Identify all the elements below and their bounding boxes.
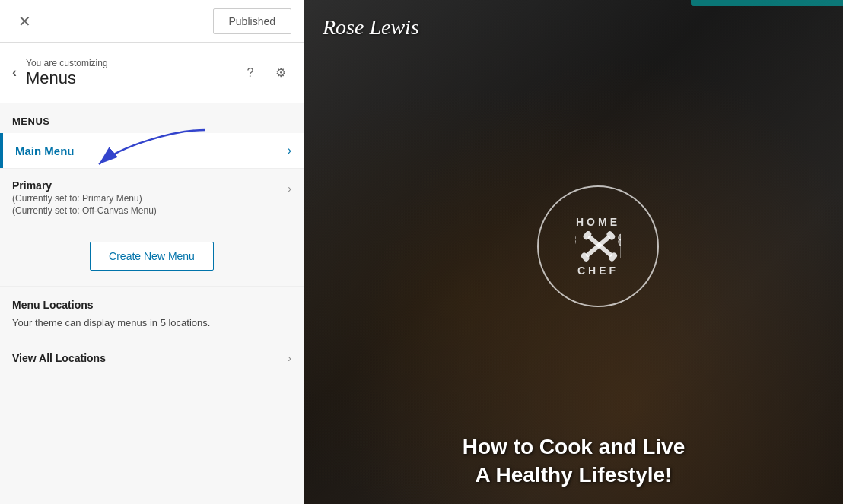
svg-point-12 bbox=[618, 239, 621, 246]
create-new-menu-button[interactable]: Create New Menu bbox=[90, 242, 214, 271]
back-button[interactable]: ‹ bbox=[12, 65, 17, 81]
primary-sub2: (Currently set to: Off-Canvas Menu) bbox=[12, 205, 157, 216]
primary-info: Primary (Currently set to: Primary Menu)… bbox=[12, 179, 157, 216]
menu-locations-section: Menu Locations Your theme can display me… bbox=[0, 286, 304, 341]
view-all-locations-row[interactable]: View All Locations › bbox=[0, 341, 304, 375]
customizing-icons: ? ⚙ bbox=[240, 62, 291, 84]
svg-point-9 bbox=[575, 239, 576, 246]
customizing-title: Menus bbox=[26, 68, 108, 88]
close-button[interactable]: ✕ bbox=[12, 9, 37, 33]
top-bar: ✕ Published bbox=[0, 0, 304, 43]
help-button[interactable]: ? bbox=[240, 62, 261, 84]
home-chef-logo: HOME bbox=[537, 185, 659, 307]
menus-heading: Menus bbox=[0, 103, 304, 133]
right-panel: Rose Lewis HOME bbox=[304, 0, 843, 504]
rolling-pin-icon bbox=[575, 231, 621, 262]
svg-point-8 bbox=[575, 233, 576, 241]
primary-section[interactable]: Primary (Currently set to: Primary Menu)… bbox=[0, 168, 304, 227]
customizing-left: ‹ You are customizing Menus bbox=[12, 58, 108, 88]
main-menu-item[interactable]: Main Menu › bbox=[0, 133, 304, 168]
customizing-bar: ‹ You are customizing Menus ? ⚙ bbox=[0, 43, 304, 103]
primary-chevron: › bbox=[288, 182, 291, 195]
site-title: Rose Lewis bbox=[323, 15, 419, 40]
primary-title: Primary bbox=[12, 179, 157, 192]
create-btn-wrap: Create New Menu bbox=[0, 227, 304, 286]
primary-sub1: (Currently set to: Primary Menu) bbox=[12, 193, 157, 204]
main-menu-label: Main Menu bbox=[15, 144, 75, 157]
logo-circle: HOME bbox=[537, 185, 659, 307]
customizing-label: You are customizing bbox=[26, 58, 108, 68]
settings-button[interactable]: ⚙ bbox=[270, 62, 291, 84]
menu-locations-title: Menu Locations bbox=[12, 299, 291, 311]
customizing-info: You are customizing Menus bbox=[26, 58, 108, 88]
view-all-chevron: › bbox=[288, 352, 291, 364]
published-button[interactable]: Published bbox=[213, 8, 292, 34]
preview-background: Rose Lewis HOME bbox=[304, 0, 843, 504]
headline-line2: A Healthy Lifestyle! bbox=[476, 463, 673, 487]
menu-locations-desc: Your theme can display menus in 5 locati… bbox=[12, 317, 291, 328]
main-menu-chevron: › bbox=[288, 144, 291, 157]
logo-chef-text: CHEF bbox=[577, 265, 619, 277]
bottom-text: How to Cook and Live A Healthy Lifestyle… bbox=[304, 433, 843, 489]
bottom-headline: How to Cook and Live A Healthy Lifestyle… bbox=[320, 433, 828, 489]
view-all-label: View All Locations bbox=[12, 352, 106, 364]
teal-bar bbox=[691, 0, 843, 6]
left-panel: ✕ Published ‹ You are customizing Menus … bbox=[0, 0, 304, 504]
headline-line1: How to Cook and Live bbox=[463, 435, 685, 458]
logo-home-text: HOME bbox=[576, 216, 620, 228]
